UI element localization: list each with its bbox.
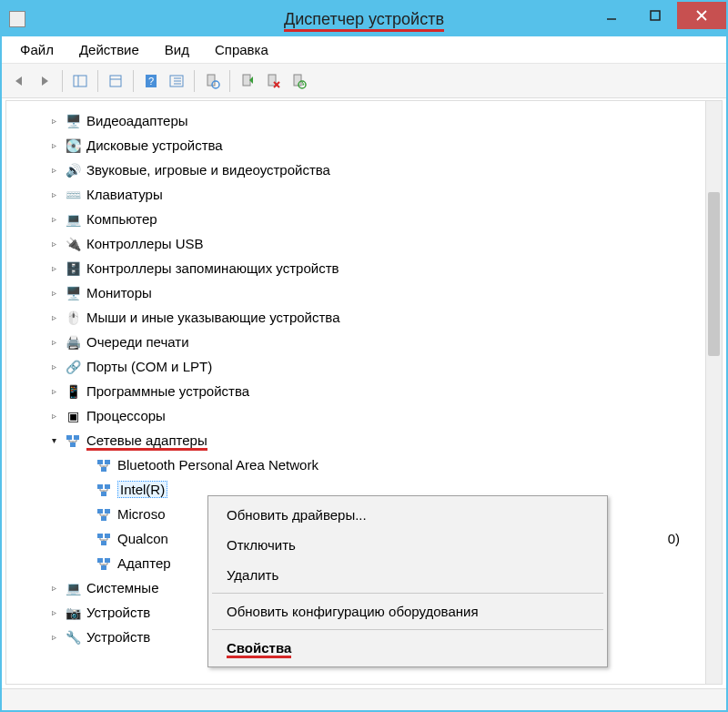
svg-rect-14 <box>207 75 215 86</box>
expander-icon[interactable]: ▹ <box>48 312 59 323</box>
tree-category[interactable]: ▹ ▣ Процессоры <box>48 403 705 428</box>
svg-rect-24 <box>70 442 76 447</box>
network-adapter-icon <box>96 531 112 547</box>
svg-text:?: ? <box>148 76 154 86</box>
device-icon: 💻 <box>65 211 81 228</box>
ctx-update-drivers[interactable]: Обновить драйверы... <box>210 500 605 530</box>
help-button[interactable]: ? <box>139 69 163 93</box>
statusbar <box>2 688 726 710</box>
ctx-scan-hardware[interactable]: Обновить конфигурацию оборудования <box>210 596 605 626</box>
context-menu: Обновить драйверы... Отключить Удалить О… <box>207 495 608 667</box>
menu-file[interactable]: Файл <box>7 38 66 61</box>
tree-category[interactable]: ▹ ⌨️ Клавиатуры <box>48 182 705 207</box>
tree-category[interactable]: ▹ 🖥️ Видеоадаптеры <box>48 108 705 133</box>
expander-icon[interactable]: ▹ <box>48 361 59 372</box>
svg-rect-30 <box>105 460 110 464</box>
svg-rect-59 <box>101 565 106 570</box>
tree-item-label: Видеоадаптеры <box>86 113 188 128</box>
close-button[interactable] <box>677 2 726 29</box>
toolbar: ? <box>2 64 726 98</box>
minimize-button[interactable] <box>590 2 633 29</box>
expander-icon[interactable]: ▹ <box>48 263 59 274</box>
device-icon: 📷 <box>65 605 81 621</box>
device-icon <box>65 432 81 449</box>
device-icon: 🖨️ <box>65 334 81 351</box>
device-icon: 🖥️ <box>65 285 81 301</box>
device-icon: 💽 <box>65 137 81 154</box>
nav-back-button[interactable] <box>7 69 31 93</box>
scrollbar-thumb[interactable] <box>708 192 720 356</box>
menu-action[interactable]: Действие <box>66 38 152 61</box>
svg-rect-16 <box>243 75 250 86</box>
expander-icon[interactable]: ▹ <box>48 607 59 618</box>
tree-category[interactable]: ▹ 🔗 Порты (COM и LPT) <box>48 354 705 379</box>
expander-icon[interactable]: ▹ <box>48 214 59 225</box>
nav-forward-button[interactable] <box>33 69 56 93</box>
expander-icon[interactable]: ▹ <box>48 337 59 348</box>
expander-icon[interactable]: ▹ <box>48 288 59 299</box>
vertical-scrollbar[interactable] <box>705 101 722 684</box>
tree-item-label: Устройств <box>86 629 150 645</box>
ctx-properties[interactable]: Свойства <box>210 633 605 663</box>
menu-view[interactable]: Вид <box>152 38 202 61</box>
expander-icon[interactable]: ▹ <box>48 239 59 249</box>
tree-category-network[interactable]: ▾ Сетевые адаптеры <box>48 428 705 453</box>
tree-category[interactable]: ▹ 🖥️ Мониторы <box>48 280 705 305</box>
tree-category[interactable]: ▹ 🗄️ Контроллеры запоминающих устройств <box>48 256 705 280</box>
uninstall-device-button[interactable] <box>261 69 285 93</box>
expander-icon[interactable]: ▹ <box>48 583 59 594</box>
device-icon: 🔧 <box>65 629 81 646</box>
expander-icon[interactable]: ▹ <box>48 140 59 151</box>
device-icon: ⌨️ <box>65 187 81 203</box>
tree-item-label: Компьютер <box>86 211 157 227</box>
expander-icon[interactable]: ▹ <box>48 189 59 200</box>
svg-rect-20 <box>294 75 301 86</box>
toolbar-separator <box>229 70 230 92</box>
expander-spacer <box>79 484 90 495</box>
ctx-disable[interactable]: Отключить <box>210 530 605 560</box>
tree-item-label: Устройств <box>86 605 150 620</box>
menubar: Файл Действие Вид Справка <box>2 36 726 64</box>
svg-rect-52 <box>101 541 106 545</box>
expander-icon[interactable]: ▹ <box>48 165 59 176</box>
tree-item-label: Контроллеры USB <box>86 236 204 251</box>
tree-category[interactable]: ▹ 🔌 Контроллеры USB <box>48 231 705 256</box>
properties-button[interactable] <box>104 69 127 93</box>
expander-icon[interactable]: ▹ <box>48 386 59 397</box>
tree-item-label: Мониторы <box>86 285 152 300</box>
tree-category[interactable]: ▹ 📱 Программные устройства <box>48 379 705 403</box>
tree-category[interactable]: ▹ 🖨️ Очереди печати <box>48 330 705 354</box>
app-icon <box>9 11 25 27</box>
maximize-button[interactable] <box>633 2 677 29</box>
tree-item-label: Очереди печати <box>86 334 189 350</box>
menu-help[interactable]: Справка <box>202 38 281 61</box>
action-button[interactable] <box>165 69 188 93</box>
tree-category[interactable]: ▹ 🔊 Звуковые, игровые и видеоустройства <box>48 158 705 182</box>
tree-category[interactable]: ▹ 💻 Компьютер <box>48 207 705 231</box>
tree-category[interactable]: ▹ 💽 Дисковые устройства <box>48 133 705 158</box>
svg-rect-58 <box>105 558 110 563</box>
device-icon: 🗄️ <box>65 260 81 277</box>
tree-item-label: Мыши и иные указывающие устройства <box>86 310 339 325</box>
svg-rect-37 <box>105 484 110 489</box>
svg-rect-22 <box>66 435 72 440</box>
network-adapter-icon <box>96 506 112 523</box>
ctx-delete[interactable]: Удалить <box>210 560 605 590</box>
update-driver-button[interactable] <box>287 69 310 93</box>
expander-icon[interactable]: ▹ <box>48 116 59 127</box>
tree-category[interactable]: ▹ 🖱️ Мыши и иные указывающие устройства <box>48 305 705 330</box>
show-hide-tree-button[interactable] <box>68 69 92 93</box>
expander-spacer <box>79 558 90 569</box>
svg-rect-4 <box>74 76 86 86</box>
scan-hardware-button[interactable] <box>200 69 224 93</box>
svg-rect-6 <box>110 76 121 86</box>
tree-item-label: Intel(R) <box>117 481 167 498</box>
device-icon: 🖱️ <box>65 310 81 326</box>
expander-icon[interactable]: ▹ <box>48 632 59 643</box>
svg-rect-38 <box>101 492 106 496</box>
expander-icon[interactable]: ▾ <box>48 435 59 446</box>
expander-icon[interactable]: ▹ <box>48 411 59 422</box>
enable-device-button[interactable] <box>236 69 259 93</box>
tree-adapter-item[interactable]: Bluetooth Personal Area Network <box>48 453 705 477</box>
expander-spacer <box>79 534 90 544</box>
